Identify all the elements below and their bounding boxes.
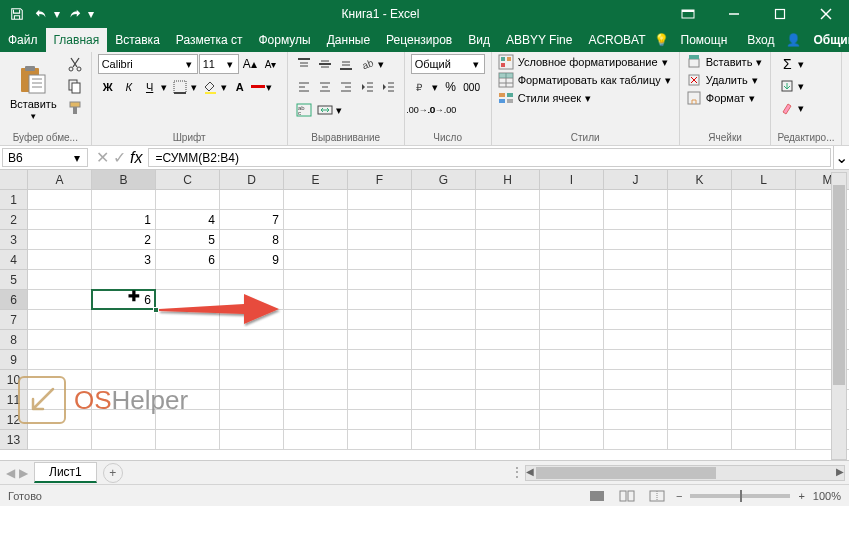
cell-J11[interactable] <box>604 390 668 410</box>
row-header-5[interactable]: 5 <box>0 270 28 290</box>
cell-I4[interactable] <box>540 250 604 270</box>
column-header-A[interactable]: A <box>28 170 92 190</box>
underline-button[interactable]: Ч <box>140 77 160 97</box>
zoom-in-button[interactable]: + <box>798 490 804 502</box>
cell-I2[interactable] <box>540 210 604 230</box>
cell-D11[interactable] <box>220 390 284 410</box>
fill-color-dropdown[interactable]: ▾ <box>221 81 229 94</box>
cell-A3[interactable] <box>28 230 92 250</box>
cell-L1[interactable] <box>732 190 796 210</box>
view-page-break-button[interactable] <box>646 487 668 505</box>
cell-G1[interactable] <box>412 190 476 210</box>
expand-formula-bar[interactable]: ⌄ <box>833 146 849 169</box>
cell-K11[interactable] <box>668 390 732 410</box>
align-left-button[interactable] <box>294 77 314 97</box>
align-middle-button[interactable] <box>315 54 335 74</box>
sheet-nav-next[interactable]: ▶ <box>19 466 28 480</box>
comma-button[interactable]: 000 <box>462 77 482 97</box>
cell-A9[interactable] <box>28 350 92 370</box>
cell-F3[interactable] <box>348 230 412 250</box>
cell-I12[interactable] <box>540 410 604 430</box>
zoom-out-button[interactable]: − <box>676 490 682 502</box>
cell-B8[interactable] <box>92 330 156 350</box>
cell-F13[interactable] <box>348 430 412 450</box>
column-header-F[interactable]: F <box>348 170 412 190</box>
cell-H13[interactable] <box>476 430 540 450</box>
cell-D5[interactable] <box>220 270 284 290</box>
cell-D13[interactable] <box>220 430 284 450</box>
cell-C10[interactable] <box>156 370 220 390</box>
cell-D6[interactable] <box>220 290 284 310</box>
tab-file[interactable]: Файл <box>0 28 46 52</box>
cell-B9[interactable] <box>92 350 156 370</box>
cell-B4[interactable]: 3 <box>92 250 156 270</box>
cell-B3[interactable]: 2 <box>92 230 156 250</box>
insert-cells-button[interactable]: Вставить▾ <box>686 54 765 70</box>
cell-H9[interactable] <box>476 350 540 370</box>
cell-K13[interactable] <box>668 430 732 450</box>
cell-E2[interactable] <box>284 210 348 230</box>
view-page-layout-button[interactable] <box>616 487 638 505</box>
currency-button[interactable]: ₽ <box>411 77 431 97</box>
view-normal-button[interactable] <box>586 487 608 505</box>
cell-B1[interactable] <box>92 190 156 210</box>
paste-dropdown[interactable]: ▼ <box>29 112 37 121</box>
cell-I10[interactable] <box>540 370 604 390</box>
cell-H6[interactable] <box>476 290 540 310</box>
decrease-font-button[interactable]: A▾ <box>261 54 281 74</box>
cell-D10[interactable] <box>220 370 284 390</box>
cell-J3[interactable] <box>604 230 668 250</box>
cell-J7[interactable] <box>604 310 668 330</box>
cell-I11[interactable] <box>540 390 604 410</box>
cell-I8[interactable] <box>540 330 604 350</box>
select-all-corner[interactable] <box>0 170 28 190</box>
cell-G8[interactable] <box>412 330 476 350</box>
row-header-1[interactable]: 1 <box>0 190 28 210</box>
cell-D12[interactable] <box>220 410 284 430</box>
cell-G12[interactable] <box>412 410 476 430</box>
cell-L8[interactable] <box>732 330 796 350</box>
cell-A11[interactable] <box>28 390 92 410</box>
column-header-J[interactable]: J <box>604 170 668 190</box>
cell-E13[interactable] <box>284 430 348 450</box>
wrap-text-button[interactable]: abc <box>294 100 314 120</box>
cell-E4[interactable] <box>284 250 348 270</box>
cell-B12[interactable] <box>92 410 156 430</box>
tab-view[interactable]: Вид <box>460 28 498 52</box>
cell-C12[interactable] <box>156 410 220 430</box>
merge-button[interactable] <box>315 100 335 120</box>
tab-review[interactable]: Рецензиров <box>378 28 460 52</box>
cell-F8[interactable] <box>348 330 412 350</box>
sheet-tab-1[interactable]: Лист1 <box>34 462 97 483</box>
signin[interactable]: Вход <box>739 33 782 47</box>
column-header-D[interactable]: D <box>220 170 284 190</box>
cell-E8[interactable] <box>284 330 348 350</box>
tab-formulas[interactable]: Формулы <box>251 28 319 52</box>
row-header-6[interactable]: 6 <box>0 290 28 310</box>
cell-F9[interactable] <box>348 350 412 370</box>
column-header-L[interactable]: L <box>732 170 796 190</box>
cell-G4[interactable] <box>412 250 476 270</box>
cell-G7[interactable] <box>412 310 476 330</box>
cell-A8[interactable] <box>28 330 92 350</box>
cell-J10[interactable] <box>604 370 668 390</box>
cancel-formula-button[interactable]: ✕ <box>96 148 109 167</box>
qat-customize[interactable]: ▾ <box>88 7 96 21</box>
cell-H5[interactable] <box>476 270 540 290</box>
cell-K3[interactable] <box>668 230 732 250</box>
cell-D9[interactable] <box>220 350 284 370</box>
increase-font-button[interactable]: A▴ <box>240 54 260 74</box>
cell-A2[interactable] <box>28 210 92 230</box>
tab-data[interactable]: Данные <box>319 28 378 52</box>
align-center-button[interactable] <box>315 77 335 97</box>
cell-C13[interactable] <box>156 430 220 450</box>
cell-F10[interactable] <box>348 370 412 390</box>
close-button[interactable] <box>803 0 849 28</box>
delete-cells-button[interactable]: Удалить▾ <box>686 72 765 88</box>
column-header-I[interactable]: I <box>540 170 604 190</box>
cell-H11[interactable] <box>476 390 540 410</box>
name-box[interactable]: B6▾ <box>2 148 88 167</box>
cell-K10[interactable] <box>668 370 732 390</box>
cell-C9[interactable] <box>156 350 220 370</box>
cell-D7[interactable] <box>220 310 284 330</box>
